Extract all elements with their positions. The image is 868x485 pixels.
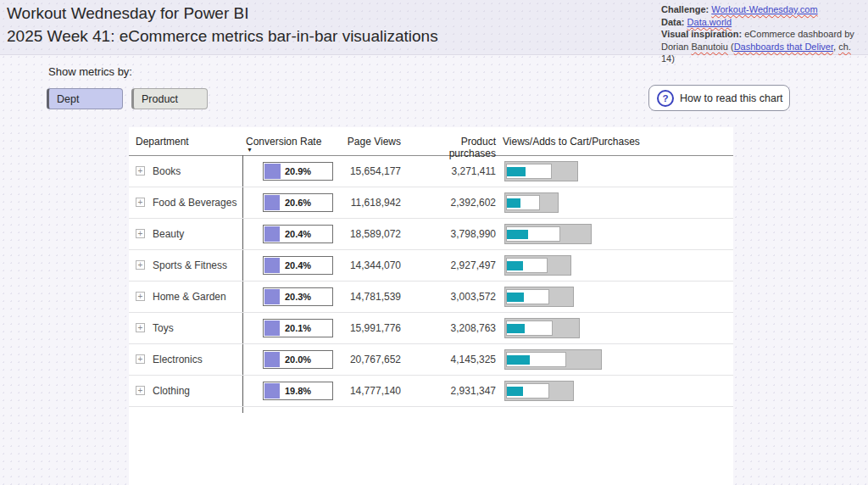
purchases-value: 2,392,602	[413, 197, 496, 209]
report-page: Workout Wednesday for Power BI 2025 Week…	[0, 0, 868, 485]
sort-descending-icon[interactable]: ▼	[247, 147, 253, 153]
table-row[interactable]: +Home & Garden20.3%14,781,5393,003,572	[129, 282, 733, 313]
expand-icon[interactable]: +	[136, 166, 145, 176]
purchases-bar	[507, 355, 530, 365]
expand-icon[interactable]: +	[136, 386, 145, 395]
page-views-value: 14,777,140	[311, 385, 401, 397]
purchases-value: 4,145,325	[413, 354, 496, 365]
purchases-bar	[507, 261, 523, 270]
slicer-button-product[interactable]: Product	[131, 88, 208, 109]
department-label: Home & Garden	[153, 291, 226, 303]
views-adds-purchases-bar	[504, 349, 602, 370]
views-adds-purchases-bar	[504, 161, 578, 181]
purchases-bar	[507, 167, 526, 176]
purchases-bar	[507, 230, 528, 239]
purchases-value: 3,208,763	[413, 322, 496, 334]
credits-block: Challenge: Workout-Wednesday.com Data: D…	[661, 3, 866, 65]
department-label: Food & Beverages	[153, 197, 236, 209]
how-to-read-button[interactable]: ? How to read this chart	[648, 85, 790, 111]
data-label: Data:	[661, 17, 685, 27]
page-views-value: 14,344,070	[311, 259, 401, 271]
page-views-value: 18,589,072	[311, 228, 401, 240]
header-page-views[interactable]: Page Views	[311, 136, 401, 148]
credits-data-line: Data: Data.world	[661, 16, 866, 29]
credits-inspiration-line-2: Dorian Banutoiu (Dashboards that Deliver…	[661, 41, 866, 65]
show-metrics-label: Show metrics by:	[48, 65, 132, 78]
views-adds-purchases-bar	[504, 287, 574, 307]
views-bar	[504, 255, 571, 276]
book-link[interactable]: Dashboards that Deliver	[734, 42, 833, 52]
purchases-bar	[507, 324, 525, 333]
views-bar	[504, 192, 559, 213]
views-bar	[504, 381, 574, 401]
expand-icon[interactable]: +	[136, 260, 145, 270]
credits-challenge-line: Challenge: Workout-Wednesday.com	[661, 3, 866, 16]
header-department[interactable]: Department	[136, 136, 189, 148]
views-adds-purchases-bar	[504, 192, 559, 213]
table-row[interactable]: +Beauty20.4%18,589,0723,798,990	[129, 219, 733, 250]
table-row[interactable]: +Clothing19.8%14,777,1402,931,347	[129, 376, 733, 407]
expand-icon[interactable]: +	[136, 354, 145, 364]
page-views-value: 14,781,539	[311, 291, 401, 303]
table-rows: +Books20.9%15,654,1773,271,411+Food & Be…	[129, 156, 733, 407]
table-card: Department Conversion Rate ▼ Page Views …	[129, 127, 733, 485]
department-label: Clothing	[153, 385, 190, 397]
header-band: Workout Wednesday for Power BI 2025 Week…	[0, 0, 868, 55]
views-bar	[504, 287, 574, 307]
purchases-bar	[507, 293, 524, 302]
slicer-button-dept[interactable]: Dept	[47, 88, 123, 109]
purchases-bar	[507, 387, 523, 396]
department-label: Books	[153, 165, 181, 177]
views-adds-purchases-bar	[504, 224, 592, 244]
inspiration-label: Visual inspiration:	[661, 29, 742, 39]
department-label: Sports & Fitness	[153, 259, 227, 271]
expand-icon[interactable]: +	[136, 323, 145, 332]
page-views-value: 15,654,177	[311, 165, 401, 177]
header-conversion-rate[interactable]: Conversion Rate	[246, 136, 321, 148]
data-source-link[interactable]: Data.world	[687, 17, 732, 27]
purchases-bar	[507, 198, 520, 208]
table-header-row: Department Conversion Rate ▼ Page Views …	[129, 127, 733, 156]
challenge-link[interactable]: Workout-Wednesday.com	[711, 4, 817, 14]
header-views-adds-purchases[interactable]: Views/Adds to Cart/Purchases	[503, 136, 640, 148]
credits-inspiration-line-1: Visual inspiration: eCommerce dashboard …	[661, 28, 866, 41]
title-line-1: Workout Wednesday for Power BI	[7, 2, 438, 25]
table-row[interactable]: +Sports & Fitness20.4%14,344,0702,927,49…	[129, 250, 733, 282]
department-label: Beauty	[153, 228, 184, 240]
page-views-value: 15,991,776	[311, 322, 401, 334]
expand-icon[interactable]: +	[136, 292, 145, 301]
page-title: Workout Wednesday for Power BI 2025 Week…	[7, 2, 438, 47]
expand-icon[interactable]: +	[136, 229, 145, 238]
views-bar	[504, 349, 602, 370]
title-line-2: 2025 Week 41: eCommerce metrics bar-in-b…	[7, 25, 438, 47]
table-row[interactable]: +Food & Beverages20.6%11,618,9422,392,60…	[129, 187, 733, 219]
views-bar	[504, 318, 580, 338]
views-adds-purchases-bar	[504, 318, 580, 338]
author-name: Banutoiu	[691, 42, 727, 52]
expand-icon[interactable]: +	[136, 198, 145, 207]
purchases-value: 2,931,347	[413, 385, 496, 397]
department-label: Electronics	[153, 354, 203, 365]
question-mark-icon: ?	[657, 90, 674, 107]
views-adds-purchases-bar	[504, 255, 571, 276]
purchases-value: 3,798,990	[413, 228, 496, 240]
views-bar	[504, 224, 592, 244]
views-bar	[504, 161, 578, 181]
purchases-value: 3,271,411	[413, 165, 496, 177]
table-row[interactable]: +Toys20.1%15,991,7763,208,763	[129, 313, 733, 344]
table-row[interactable]: +Books20.9%15,654,1773,271,411	[129, 156, 733, 187]
page-views-value: 11,618,942	[311, 197, 401, 209]
department-label: Toys	[153, 322, 174, 334]
views-adds-purchases-bar	[504, 381, 574, 401]
how-to-read-label: How to read this chart	[680, 92, 783, 104]
challenge-label: Challenge:	[661, 4, 709, 14]
page-views-value: 20,767,652	[311, 354, 401, 365]
table-row[interactable]: +Electronics20.0%20,767,6524,145,325	[129, 344, 733, 376]
purchases-value: 2,927,497	[413, 259, 496, 271]
purchases-value: 3,003,572	[413, 291, 496, 303]
